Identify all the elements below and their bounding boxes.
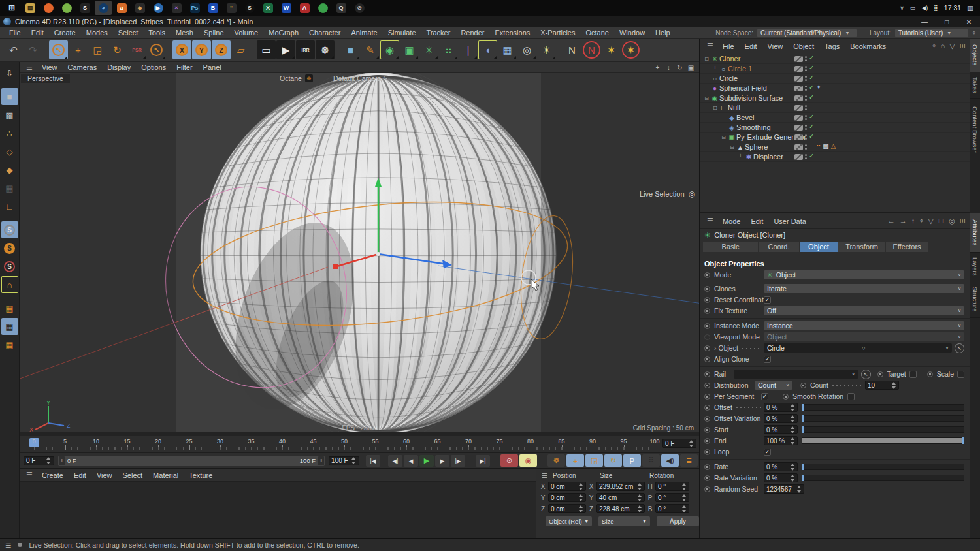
viewport-menu-view[interactable]: View <box>37 63 63 71</box>
node-space-dropdown[interactable]: Current (Standard/Physical)▼ <box>757 29 857 37</box>
chrome-icon[interactable] <box>58 1 75 15</box>
menu-tools[interactable]: Tools <box>143 29 171 37</box>
filter-icon[interactable]: ▽ <box>949 42 955 50</box>
layer-toggle[interactable] <box>794 76 803 82</box>
keyframe-radio[interactable] <box>704 416 710 422</box>
play-forward-button[interactable]: ▶ <box>419 455 434 467</box>
enabled-check-icon[interactable]: ✓ <box>809 113 814 120</box>
add-panel-icon[interactable]: ⊞ <box>960 42 966 50</box>
keyframe-radio[interactable] <box>704 405 710 411</box>
mograph-cloner-button[interactable]: ✳ <box>419 40 438 59</box>
value-field[interactable]: 0 % <box>764 473 798 482</box>
menu-file[interactable]: File <box>4 29 26 37</box>
record-keyframe-button[interactable]: ⊙ <box>500 454 518 467</box>
menu-mograph[interactable]: MoGraph <box>263 29 304 37</box>
keyframe-settings-button[interactable]: ☸ <box>547 454 565 467</box>
goto-prev-key-button[interactable]: ◀| <box>388 455 402 467</box>
search-icon[interactable]: ⌖ <box>919 217 923 225</box>
b-app-icon[interactable]: B <box>204 1 221 15</box>
slider-offset[interactable] <box>802 404 964 411</box>
enabled-check-icon[interactable]: ✓ <box>809 133 814 140</box>
keyframe-radio[interactable] <box>704 334 710 340</box>
minimize-button[interactable]: — <box>913 16 936 27</box>
object-manager-menu-icon[interactable]: ☰ <box>703 42 717 50</box>
layout-dropdown[interactable]: Tutorials (User)▼ <box>895 29 968 37</box>
layer-toggle[interactable] <box>794 66 803 72</box>
slider-rate[interactable] <box>802 464 964 470</box>
shield-app-icon[interactable]: ◆ <box>131 1 148 15</box>
object-menu-object[interactable]: Object <box>788 42 819 50</box>
menu-x-particles[interactable]: X-Particles <box>535 29 580 37</box>
viewport-menu-icon[interactable]: ☰ <box>22 63 37 72</box>
lock-workplane-button[interactable]: ▦ <box>1 318 18 335</box>
coordinate-system-button[interactable]: ▱ <box>231 40 250 59</box>
workplane-button[interactable]: ▦ <box>1 300 18 317</box>
object-menu-view[interactable]: View <box>762 42 789 50</box>
checkbox[interactable]: ✓ <box>764 356 771 363</box>
redo-button[interactable]: ↷ <box>24 40 42 59</box>
file-explorer-icon[interactable]: ▤ <box>22 1 39 15</box>
phong-tag[interactable]: △ <box>831 142 836 150</box>
menu-animate[interactable]: Animate <box>346 29 382 37</box>
viewport-menu-filter[interactable]: Filter <box>171 63 197 71</box>
keyframe-radio[interactable] <box>704 345 710 351</box>
expand-toggle-icon[interactable]: ⊟ <box>711 105 719 111</box>
status-menu-icon[interactable]: ☰ <box>5 541 11 549</box>
tree-item-displacer[interactable]: └✱Displacer✓ <box>700 152 970 162</box>
panel-tab-content-browser[interactable]: Content Browser <box>970 99 980 161</box>
light-button[interactable]: ☀ <box>537 40 556 59</box>
position-z-field[interactable]: 0 cm <box>548 504 586 513</box>
solo-animation-button[interactable]: ◀) <box>661 454 679 467</box>
panel-tab-structure[interactable]: Structure <box>970 281 980 318</box>
tab-effectors[interactable]: Effectors <box>886 242 928 252</box>
object-menu-file[interactable]: File <box>717 42 740 50</box>
size-y-field[interactable]: 40 cm <box>596 493 645 502</box>
expand-arrow-icon[interactable]: › <box>714 344 717 352</box>
keyframe-radio[interactable] <box>704 286 710 292</box>
expand-toggle-icon[interactable]: ⊟ <box>720 134 727 140</box>
target-icon[interactable]: ◎ <box>949 217 955 225</box>
expand-toggle-icon[interactable]: ⊟ <box>728 144 736 150</box>
visibility-dots[interactable] <box>805 144 807 150</box>
object-menu-tags[interactable]: Tags <box>819 42 845 50</box>
coordinate-mode-dropdown[interactable]: Object (Rel)▼ <box>546 516 592 526</box>
move-button[interactable]: + <box>69 40 88 59</box>
layer-toggle[interactable] <box>794 154 803 160</box>
menu-help[interactable]: Help <box>650 29 676 37</box>
menu-create[interactable]: Create <box>49 29 81 37</box>
expand-toggle-icon[interactable]: ⊟ <box>703 95 710 101</box>
range-start-handle[interactable]: ‖ <box>59 456 65 465</box>
keyframe-radio[interactable] <box>704 394 710 400</box>
keyframe-radio[interactable] <box>704 427 710 433</box>
menu-modes[interactable]: Modes <box>81 29 113 37</box>
dropdown-fix-texture[interactable]: Off∨ <box>764 306 964 315</box>
menu-mesh[interactable]: Mesh <box>171 29 199 37</box>
axis-mode-button[interactable]: ∟ <box>1 198 18 215</box>
visibility-dots[interactable] <box>805 154 807 159</box>
menu-select[interactable]: Select <box>113 29 144 37</box>
z-axis-lock-button[interactable]: Z <box>212 40 231 59</box>
keyframe-radio[interactable] <box>704 383 710 388</box>
render-picture-viewer-button[interactable]: ▶ <box>276 40 295 59</box>
selection-tool-button[interactable]: ↖ <box>147 40 166 59</box>
material-nodes-button[interactable]: N <box>563 40 581 59</box>
enabled-check-icon[interactable]: ✓ <box>809 74 814 81</box>
object-link-field[interactable]: Circle○∨ <box>764 343 952 353</box>
photoshop-icon[interactable]: Ps <box>186 1 203 15</box>
goto-next-key-button[interactable]: |▶ <box>451 455 465 467</box>
menu-simulate[interactable]: Simulate <box>383 29 421 37</box>
menu-extensions[interactable]: Extensions <box>489 29 535 37</box>
object-menu-edit[interactable]: Edit <box>740 42 762 50</box>
distribution-dropdown[interactable]: Count∨ <box>755 381 792 390</box>
material-menu-edit[interactable]: Edit <box>69 471 91 479</box>
panel-tab-layers[interactable]: Layers <box>970 253 980 281</box>
tree-item-null[interactable]: ⊟∟Null <box>700 103 970 113</box>
goto-end-button[interactable]: ▶| <box>476 455 490 467</box>
tweak-mode-button[interactable]: ▦ <box>1 180 18 197</box>
layer-toggle[interactable] <box>794 134 803 140</box>
checkbox[interactable]: ✓ <box>764 296 771 304</box>
zoom-view-icon[interactable]: ↕ <box>664 64 673 71</box>
material-menu-view[interactable]: View <box>91 471 118 479</box>
menu-spline[interactable]: Spline <box>199 29 229 37</box>
firefox-icon[interactable] <box>40 1 57 15</box>
